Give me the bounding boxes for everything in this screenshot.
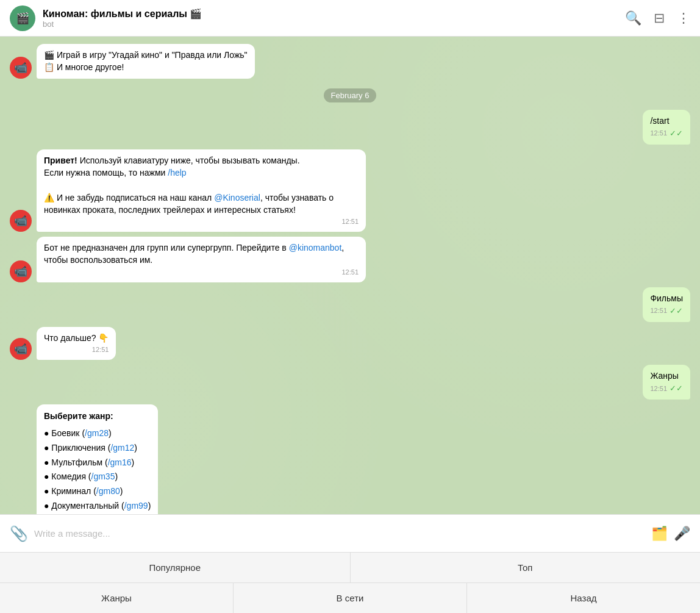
- bot-avatar-warn: 📹: [10, 260, 32, 282]
- mic-icon[interactable]: 🎤: [674, 526, 690, 542]
- chat-header: 🎬 Киноман: фильмы и сериалы 🎬 bot 🔍 ⊟ ⋮: [0, 0, 700, 37]
- header-actions: 🔍 ⊟ ⋮: [625, 10, 690, 26]
- message-meta-greet: 12:51: [44, 217, 359, 227]
- genre-item: ● Драма (/gm18): [44, 514, 151, 514]
- message-meta-zhanry: 12:51 ✓✓: [650, 383, 683, 395]
- message-text: Фильмы: [650, 293, 683, 303]
- message-meta: 12:51 ✓✓: [650, 128, 683, 140]
- genre-link-gm35[interactable]: /gm35: [91, 471, 115, 481]
- genre-item: ● Криминал (/gm80): [44, 484, 151, 499]
- message-bubble-group-warn: Бот не предназначен для групп или суперг…: [37, 237, 366, 282]
- genre-link-gm12[interactable]: /gm12: [110, 443, 134, 453]
- message-meta-films: 12:51 ✓✓: [650, 306, 683, 317]
- keyboard-area: Популярное Топ Жанры В сети Назад: [0, 552, 700, 613]
- message-time: 12:51: [341, 268, 359, 278]
- keyboard-btn-back[interactable]: Назад: [467, 583, 700, 613]
- columns-icon[interactable]: ⊟: [654, 10, 665, 26]
- message-tick: ✓✓: [670, 383, 683, 395]
- keyboard-btn-online[interactable]: В сети: [234, 583, 467, 613]
- message-row-films: Фильмы 12:51 ✓✓: [10, 287, 690, 322]
- date-separator: February 6: [10, 88, 690, 102]
- help-link[interactable]: /help: [168, 168, 186, 177]
- genre-item: ● Комедия (/gm35): [44, 470, 151, 484]
- keyboard-row-1: Популярное Топ: [0, 553, 700, 583]
- keyboard-row-2: Жанры В сети Назад: [0, 583, 700, 613]
- genre-link-gm28[interactable]: /gm28: [85, 428, 109, 438]
- sticker-icon[interactable]: 🗂️: [651, 526, 668, 542]
- keyboard-btn-genres[interactable]: Жанры: [0, 583, 234, 613]
- genre-title: Выберите жанр:: [44, 409, 151, 424]
- message-bubble-start: /start 12:51 ✓✓: [643, 110, 690, 145]
- search-icon[interactable]: 🔍: [625, 10, 641, 26]
- message-row-zhanry: Жанры 12:51 ✓✓: [10, 365, 690, 400]
- message-time: 12:51: [92, 345, 109, 355]
- genre-item: ● Документальный (/gm99): [44, 499, 151, 514]
- kinomanbot-link[interactable]: @kinomanbot: [289, 243, 342, 253]
- keyboard-btn-top[interactable]: Топ: [351, 553, 701, 583]
- chat-content: 📹 🎬 Играй в игру "Угадай кино" и "Правда…: [10, 44, 690, 514]
- message-time: 12:51: [341, 217, 359, 227]
- message-time: 12:51: [650, 384, 667, 394]
- chat-subtitle: bot: [43, 20, 625, 29]
- input-area: 📎 🗂️ 🎤: [0, 514, 700, 552]
- message-row-greet: 📹 Привет! Используй клавиатуру ниже, что…: [10, 149, 690, 232]
- message-tick: ✓✓: [670, 306, 683, 317]
- chat-area: 📹 🎬 Играй в игру "Угадай кино" и "Правда…: [0, 37, 700, 514]
- message-row-genre-list: 📹 Выберите жанр: ● Боевик (/gm28) ● Прик…: [10, 404, 690, 514]
- message-bubble-films: Фильмы 12:51 ✓✓: [643, 287, 690, 322]
- genre-link-gm99[interactable]: /gm99: [124, 501, 148, 511]
- channel-link[interactable]: @Kinoserial: [214, 193, 260, 203]
- message-input[interactable]: [34, 528, 645, 539]
- message-meta-next: 12:51: [44, 345, 109, 355]
- message-bubble-genre-list: Выберите жанр: ● Боевик (/gm28) ● Приклю…: [37, 404, 158, 514]
- message-row: 📹 🎬 Играй в игру "Угадай кино" и "Правда…: [10, 44, 690, 79]
- message-row-whats-next: 📹 Что дальше? 👇 12:51: [10, 327, 690, 360]
- message-bubble-greet: Привет! Используй клавиатуру ниже, чтобы…: [37, 149, 366, 232]
- bot-avatar-greet: 📹: [10, 210, 32, 232]
- bot-avatar-next: 📹: [10, 338, 32, 360]
- message-tick: ✓✓: [670, 128, 683, 140]
- date-badge: February 6: [324, 88, 377, 102]
- genre-item: ● Приключения (/gm12): [44, 441, 151, 456]
- bot-avatar: 🎬: [10, 5, 35, 31]
- header-info: Киноман: фильмы и сериалы 🎬 bot: [43, 8, 625, 29]
- message-text: /start: [650, 116, 669, 126]
- keyboard-btn-popular[interactable]: Популярное: [0, 553, 351, 583]
- message-bubble-partial: 🎬 Играй в игру "Угадай кино" и "Правда и…: [37, 44, 255, 79]
- bot-avatar-cam: 📹: [10, 57, 32, 79]
- genre-link-gm16[interactable]: /gm16: [108, 457, 132, 467]
- genre-item: ● Боевик (/gm28): [44, 426, 151, 441]
- message-text: Бот не предназначен для групп или суперг…: [44, 242, 359, 267]
- message-row-group-warn: 📹 Бот не предназначен для групп или супе…: [10, 237, 690, 282]
- message-time: 12:51: [650, 129, 667, 138]
- message-meta-warn: 12:51: [44, 268, 359, 278]
- message-time: 12:51: [650, 306, 667, 316]
- message-text: Привет! Используй клавиатуру ниже, чтобы…: [44, 154, 359, 216]
- attach-icon[interactable]: 📎: [10, 525, 28, 542]
- more-icon[interactable]: ⋮: [677, 10, 690, 26]
- message-text: Что дальше? 👇: [44, 333, 109, 343]
- genre-link-gm80[interactable]: /gm80: [96, 486, 120, 496]
- msg-line: 📋 И многое другое!: [44, 61, 248, 73]
- message-text: Жанры: [650, 371, 678, 381]
- message-row-start: /start 12:51 ✓✓: [10, 110, 690, 145]
- message-bubble-whats-next: Что дальше? 👇 12:51: [37, 327, 116, 360]
- genre-item: ● Мультфильм (/gm16): [44, 456, 151, 470]
- chat-title: Киноман: фильмы и сериалы 🎬: [43, 8, 625, 20]
- message-bubble-zhanry: Жанры 12:51 ✓✓: [643, 365, 690, 400]
- msg-line: 🎬 Играй в игру "Угадай кино" и "Правда и…: [44, 49, 248, 61]
